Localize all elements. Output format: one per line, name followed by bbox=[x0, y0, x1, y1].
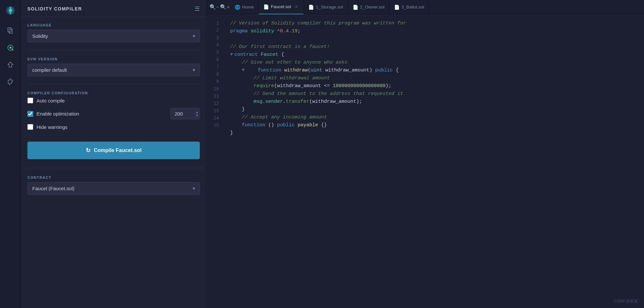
language-section: LANGUAGE Solidity Yul ▼ bbox=[27, 23, 200, 42]
optimization-value-wrapper: ▲ ▼ bbox=[170, 108, 200, 119]
zoom-in-button[interactable]: 🔍+ bbox=[220, 2, 230, 12]
svg-point-8 bbox=[9, 47, 11, 49]
hide-warnings-row: Hide warnings bbox=[27, 124, 200, 130]
optimization-spinner[interactable]: ▲ ▼ bbox=[196, 111, 198, 117]
language-select-wrapper: Solidity Yul ▼ bbox=[27, 30, 200, 42]
hide-warnings-label[interactable]: Hide warnings bbox=[37, 124, 67, 130]
tab-bar: 🔍− 🔍+ 🌐 Home 📄 Faucet.sol ✕ 📄 1_Storage.… bbox=[207, 0, 644, 14]
auto-compile-checkbox[interactable] bbox=[27, 98, 33, 103]
sidebar-header: SOLIDITY COMPILER ☰ bbox=[21, 0, 206, 17]
watermark: CSDN @苏浅 bbox=[613, 299, 637, 304]
line-numbers: 1 2 3 4 5 6 7 8 9 10 11 12 13 14 15 bbox=[207, 14, 224, 308]
divider-1 bbox=[27, 50, 200, 50]
auto-compile-row: Auto compile bbox=[27, 98, 200, 103]
tab-storage[interactable]: 📄 1_Storage.sol bbox=[304, 0, 348, 14]
deploy-icon[interactable] bbox=[3, 57, 18, 72]
sidebar-panel: SOLIDITY COMPILER ☰ LANGUAGE Solidity Yu… bbox=[21, 0, 207, 308]
icon-bar bbox=[0, 0, 21, 308]
tab-ballot-label: 3_Ballot.sol bbox=[402, 5, 424, 9]
svg-point-4 bbox=[9, 12, 11, 14]
evm-select-wrapper: compiler default berlin istanbul byzanti… bbox=[27, 64, 200, 76]
compiler-icon[interactable] bbox=[3, 40, 18, 55]
tab-faucet[interactable]: 📄 Faucet.sol ✕ bbox=[259, 0, 304, 14]
language-select[interactable]: Solidity Yul bbox=[27, 30, 200, 42]
hide-warnings-checkbox[interactable] bbox=[27, 124, 33, 130]
tab-owner[interactable]: 📄 2_Owner.sol bbox=[348, 0, 389, 14]
contract-select-wrapper: Faucet (Faucet.sol) ▼ bbox=[27, 182, 200, 195]
tab-owner-label: 2_Owner.sol bbox=[360, 5, 385, 9]
tab-ballot[interactable]: 📄 3_Ballot.sol bbox=[389, 0, 429, 14]
sidebar-body: LANGUAGE Solidity Yul ▼ EVM VERSION comp… bbox=[21, 17, 206, 166]
menu-icon[interactable]: ☰ bbox=[195, 5, 200, 12]
enable-optimization-label[interactable]: Enable optimization bbox=[37, 111, 167, 116]
enable-optimization-checkbox[interactable] bbox=[27, 111, 33, 117]
tab-faucet-label: Faucet.sol bbox=[271, 4, 291, 9]
zoom-out-button[interactable]: 🔍− bbox=[209, 2, 220, 12]
svg-point-2 bbox=[9, 9, 12, 12]
tab-faucet-close[interactable]: ✕ bbox=[294, 4, 299, 9]
compile-button[interactable]: ↻ Compile Faucet.sol bbox=[27, 142, 200, 159]
compiler-config-section: COMPILER CONFIGURATION Auto compile Enab… bbox=[27, 91, 200, 134]
svg-rect-5 bbox=[8, 28, 11, 32]
evm-label: EVM VERSION bbox=[27, 57, 200, 61]
tab-ballot-icon: 📄 bbox=[394, 5, 400, 10]
contract-section: CONTRACT Faucet (Faucet.sol) ▼ bbox=[21, 169, 206, 201]
svg-rect-6 bbox=[9, 29, 12, 33]
plugin-icon[interactable] bbox=[3, 74, 18, 89]
contract-select[interactable]: Faucet (Faucet.sol) bbox=[27, 182, 200, 195]
tab-home-label: Home bbox=[242, 5, 254, 9]
divider-2 bbox=[27, 84, 200, 84]
divider-3 bbox=[21, 167, 206, 167]
evm-select[interactable]: compiler default berlin istanbul byzanti… bbox=[27, 64, 200, 76]
sidebar-title: SOLIDITY COMPILER bbox=[27, 6, 82, 11]
contract-label: CONTRACT bbox=[27, 176, 200, 179]
auto-compile-label[interactable]: Auto compile bbox=[37, 98, 65, 103]
config-label: COMPILER CONFIGURATION bbox=[27, 91, 200, 95]
svg-point-3 bbox=[9, 7, 11, 9]
enable-optimization-row: Enable optimization ▲ ▼ bbox=[27, 108, 200, 119]
logo-icon[interactable] bbox=[3, 3, 18, 18]
tab-storage-label: 1_Storage.sol bbox=[316, 5, 343, 9]
evm-section: EVM VERSION compiler default berlin ista… bbox=[27, 57, 200, 76]
language-label: LANGUAGE bbox=[27, 23, 200, 27]
compile-refresh-icon: ↻ bbox=[86, 147, 91, 154]
main-area: 🔍− 🔍+ 🌐 Home 📄 Faucet.sol ✕ 📄 1_Storage.… bbox=[207, 0, 644, 308]
tab-storage-icon: 📄 bbox=[308, 5, 314, 10]
code-editor[interactable]: // Version of Solidity compiler this pro… bbox=[224, 14, 644, 308]
editor-area: 1 2 3 4 5 6 7 8 9 10 11 12 13 14 15 // V… bbox=[207, 14, 644, 308]
tab-faucet-icon: 📄 bbox=[263, 4, 269, 9]
tab-owner-icon: 📄 bbox=[353, 5, 358, 10]
files-icon[interactable] bbox=[3, 23, 18, 38]
tab-home-icon: 🌐 bbox=[235, 5, 240, 10]
compile-button-label: Compile Faucet.sol bbox=[94, 147, 142, 153]
tab-home[interactable]: 🌐 Home bbox=[230, 0, 259, 14]
